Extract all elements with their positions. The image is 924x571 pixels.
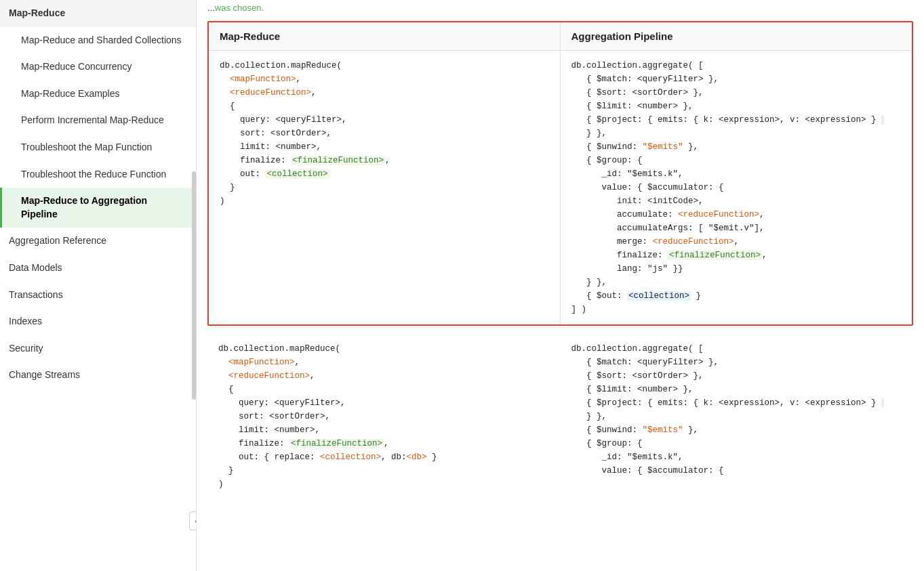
finalize-function-token-2: <finalizeFunction>: [289, 439, 384, 448]
map-function-token: <mapFunction>: [230, 75, 296, 84]
sidebar-scroll-thumb[interactable]: [192, 171, 196, 400]
project-highlight: [881, 115, 884, 125]
table-header: Map-Reduce Aggregation Pipeline: [209, 22, 912, 51]
sidebar-item-indexes[interactable]: Indexes: [0, 308, 196, 335]
sidebar-item-map-reduce-sharded[interactable]: Map-Reduce and Sharded Collections: [0, 27, 196, 54]
sidebar-item-incremental-map-reduce[interactable]: Perform Incremental Map-Reduce: [0, 107, 196, 134]
sidebar-item-change-streams[interactable]: Change Streams: [0, 362, 196, 389]
sidebar-item-troubleshoot-map[interactable]: Troubleshoot the Map Function: [0, 134, 196, 161]
unwind-token-2: "$emits": [643, 425, 683, 435]
main-content: ...was chosen. Map-Reduce Aggregation Pi…: [197, 0, 924, 571]
sidebar-item-transactions[interactable]: Transactions: [0, 282, 196, 309]
db-token: <db>: [407, 452, 427, 462]
sidebar-item-security[interactable]: Security: [0, 335, 196, 362]
chosen-text: was chosen.: [215, 3, 264, 13]
code-section-2: db.collection.mapReduce( <mapFunction>, …: [207, 339, 913, 494]
comparison-table-1: Map-Reduce Aggregation Pipeline db.colle…: [207, 21, 913, 326]
finalize-token: <finalizeFunction>: [668, 251, 762, 260]
col1-header: Map-Reduce: [209, 22, 561, 50]
aggregation-code-col: db.collection.aggregate( [ { $match: <qu…: [561, 51, 912, 324]
sidebar-item-aggregation-reference[interactable]: Aggregation Reference: [0, 228, 196, 255]
map-function-token-2: <mapFunction>: [228, 358, 295, 367]
reduce-function-token-2: <reduceFunction>: [228, 371, 310, 381]
sidebar-collapse-button[interactable]: ❮: [189, 511, 197, 530]
top-text: ...was chosen.: [207, 0, 913, 21]
table-body: db.collection.mapReduce( <mapFunction>, …: [209, 51, 912, 324]
aggregation-code-col-2: db.collection.aggregate( [ { $match: <qu…: [561, 339, 914, 494]
accumulate-token: <reduceFunction>: [678, 210, 759, 219]
reduce-function-token: <reduceFunction>: [230, 88, 311, 98]
finalize-function-token: <finalizeFunction>: [291, 156, 385, 165]
unwind-token: "$emits": [643, 142, 683, 152]
project-highlight-2: [881, 398, 884, 408]
out-token: <collection>: [627, 291, 691, 301]
sidebar-item-map-reduce[interactable]: Map-Reduce: [0, 0, 196, 27]
sidebar-scrollbar[interactable]: [190, 0, 196, 571]
mapreduce-code-col: db.collection.mapReduce( <mapFunction>, …: [209, 51, 561, 324]
chevron-left-icon: ❮: [194, 516, 197, 526]
sidebar: Map-Reduce Map-Reduce and Sharded Collec…: [0, 0, 197, 571]
mapreduce-code-col-2: db.collection.mapReduce( <mapFunction>, …: [207, 339, 561, 494]
sidebar-item-data-models[interactable]: Data Models: [0, 255, 196, 282]
sidebar-items: Map-Reduce Map-Reduce and Sharded Collec…: [0, 0, 196, 389]
replace-token: <collection>: [320, 452, 381, 462]
sidebar-item-map-reduce-examples[interactable]: Map-Reduce Examples: [0, 81, 196, 108]
merge-token: <reduceFunction>: [653, 237, 734, 247]
sidebar-item-map-reduce-concurrency[interactable]: Map-Reduce Concurrency: [0, 54, 196, 81]
col2-header: Aggregation Pipeline: [561, 22, 912, 50]
out-collection-token: <collection>: [266, 169, 329, 179]
sidebar-item-map-reduce-aggregation[interactable]: Map-Reduce to Aggregation Pipeline: [0, 188, 196, 228]
sidebar-item-troubleshoot-reduce[interactable]: Troubleshoot the Reduce Function: [0, 161, 196, 188]
